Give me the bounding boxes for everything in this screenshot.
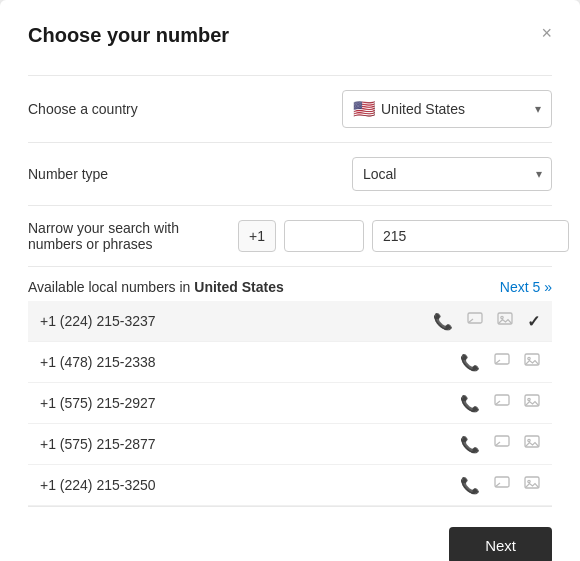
svg-point-11 [528, 439, 530, 441]
country-label: Choose a country [28, 101, 138, 117]
phone-capability-icon: 📞 [433, 312, 453, 331]
svg-point-2 [501, 316, 503, 318]
flag-emoji: 🇺🇸 [353, 98, 375, 120]
number-row[interactable]: +1 (478) 215-2338 📞 [28, 342, 552, 383]
number-row[interactable]: +1 (224) 215-3250 📞 [28, 465, 552, 506]
country-select[interactable]: United States Canada United Kingdom Aust… [381, 101, 541, 117]
phone-prefix: +1 [238, 220, 276, 252]
number-type-field-row: Number type Local Toll-free Mobile ▾ [28, 142, 552, 205]
phone-number-text: +1 (575) 215-2927 [40, 395, 460, 411]
number-row[interactable]: +1 (575) 215-2877 📞 [28, 424, 552, 465]
svg-point-14 [528, 480, 530, 482]
available-label: Available local numbers in United States [28, 279, 284, 295]
choose-number-modal: Choose your number × Choose a country 🇺🇸… [0, 0, 580, 561]
search-label: Narrow your search with numbers or phras… [28, 220, 228, 252]
sms-capability-icon [467, 311, 483, 331]
svg-point-8 [528, 398, 530, 400]
number-icons: 📞 [460, 475, 540, 495]
selected-check-icon: ✓ [527, 312, 540, 331]
number-row[interactable]: +1 (224) 215-3237 📞 ✓ [28, 301, 552, 342]
phone-number-text: +1 (575) 215-2877 [40, 436, 460, 452]
next-five-link[interactable]: Next 5 » [500, 279, 552, 295]
modal-title: Choose your number [28, 24, 229, 47]
number-type-select[interactable]: Local Toll-free Mobile [352, 157, 552, 191]
search-inputs: +1 [238, 220, 569, 252]
sms-capability-icon [494, 475, 510, 495]
phone-capability-icon: 📞 [460, 353, 480, 372]
sms-capability-icon [494, 434, 510, 454]
phone-number-text: +1 (224) 215-3250 [40, 477, 460, 493]
mms-capability-icon [524, 393, 540, 413]
number-icons: 📞 [460, 434, 540, 454]
number-icons: 📞 [460, 393, 540, 413]
search-phrase-input[interactable] [372, 220, 569, 252]
available-numbers-header: Available local numbers in United States… [28, 266, 552, 301]
phone-capability-icon: 📞 [460, 435, 480, 454]
country-field-row: Choose a country 🇺🇸 United States Canada… [28, 75, 552, 142]
area-code-input[interactable] [284, 220, 364, 252]
footer-row: Next [28, 506, 552, 561]
number-icons: 📞 ✓ [433, 311, 540, 331]
sms-capability-icon [494, 393, 510, 413]
next-button[interactable]: Next [449, 527, 552, 561]
phone-number-text: +1 (224) 215-3237 [40, 313, 433, 329]
svg-point-5 [528, 357, 530, 359]
phone-number-text: +1 (478) 215-2338 [40, 354, 460, 370]
close-icon[interactable]: × [541, 24, 552, 42]
mms-capability-icon [524, 434, 540, 454]
phone-capability-icon: 📞 [460, 476, 480, 495]
phone-capability-icon: 📞 [460, 394, 480, 413]
mms-capability-icon [524, 475, 540, 495]
mms-capability-icon [497, 311, 513, 331]
mms-capability-icon [524, 352, 540, 372]
modal-header: Choose your number × [28, 24, 552, 47]
numbers-list: +1 (224) 215-3237 📞 ✓ [28, 301, 552, 506]
search-field-row: Narrow your search with numbers or phras… [28, 205, 552, 266]
country-select-wrapper[interactable]: 🇺🇸 United States Canada United Kingdom A… [342, 90, 552, 128]
number-icons: 📞 [460, 352, 540, 372]
number-row[interactable]: +1 (575) 215-2927 📞 [28, 383, 552, 424]
number-type-select-wrapper: Local Toll-free Mobile ▾ [352, 157, 552, 191]
sms-capability-icon [494, 352, 510, 372]
available-country: United States [194, 279, 283, 295]
number-type-label: Number type [28, 166, 108, 182]
